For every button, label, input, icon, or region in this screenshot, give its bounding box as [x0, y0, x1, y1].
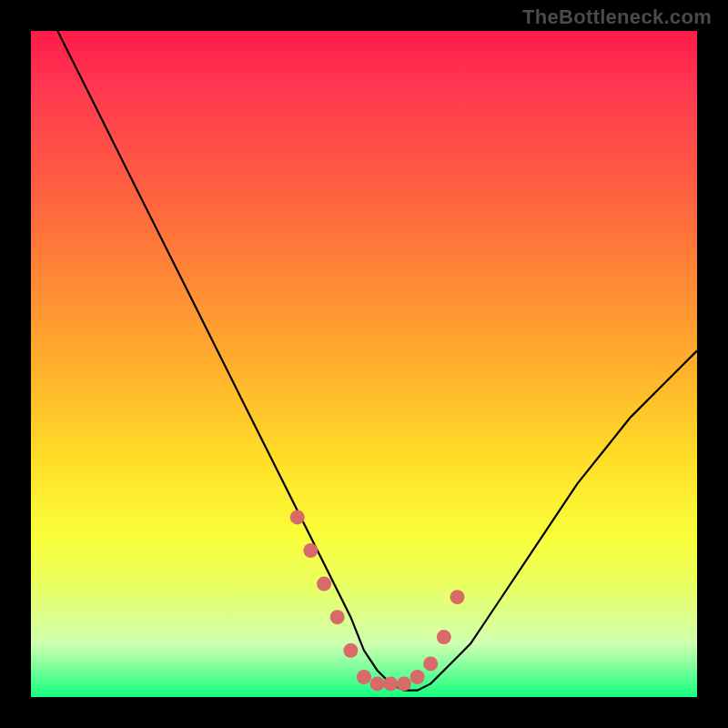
highlight-marker: [410, 670, 425, 684]
highlight-marker: [397, 676, 411, 691]
highlight-marker: [450, 590, 465, 604]
highlight-marker: [317, 577, 331, 592]
curve-layer: [31, 31, 697, 697]
highlight-markers: [290, 510, 465, 691]
highlight-marker: [343, 643, 358, 658]
plot-area: [31, 31, 697, 697]
highlight-marker: [330, 610, 345, 624]
chart-frame: TheBottleneck.com: [0, 0, 728, 728]
attribution-text: TheBottleneck.com: [522, 5, 712, 29]
highlight-marker: [370, 676, 385, 691]
highlight-marker: [437, 630, 451, 644]
highlight-marker: [357, 670, 371, 684]
bottleneck-curve: [57, 31, 697, 691]
highlight-marker: [423, 656, 438, 671]
highlight-marker: [383, 676, 398, 691]
highlight-marker: [303, 543, 318, 558]
highlight-marker: [290, 510, 305, 524]
